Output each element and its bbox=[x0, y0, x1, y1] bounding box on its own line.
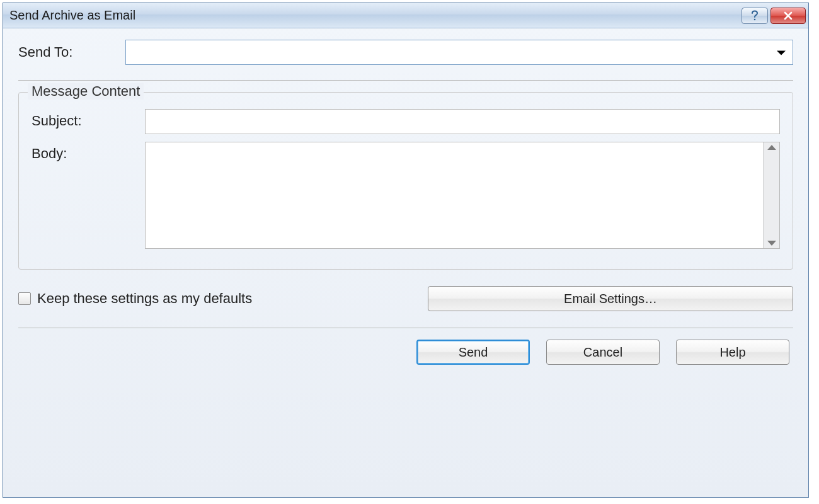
help-icon bbox=[750, 10, 759, 21]
separator bbox=[18, 80, 793, 81]
send-to-input[interactable] bbox=[131, 40, 788, 64]
titlebar-help-button[interactable] bbox=[742, 8, 768, 24]
body-textarea-wrap bbox=[145, 142, 780, 249]
titlebar-close-button[interactable] bbox=[770, 8, 806, 24]
window-title: Send Archive as Email bbox=[9, 8, 739, 23]
body-row: Body: bbox=[32, 142, 780, 249]
dialog-content: Send To: Message Content Subject: Body: bbox=[3, 28, 808, 497]
dialog-send-archive-as-email: Send Archive as Email Send To: bbox=[3, 3, 809, 498]
help-button-label: Help bbox=[719, 345, 745, 360]
subject-input[interactable] bbox=[145, 109, 780, 134]
scroll-up-icon bbox=[767, 145, 776, 150]
svg-point-0 bbox=[754, 18, 756, 20]
checkbox-box-icon bbox=[18, 292, 31, 305]
keep-defaults-label: Keep these settings as my defaults bbox=[37, 290, 252, 307]
email-settings-button[interactable]: Email Settings… bbox=[428, 286, 793, 311]
separator-bottom bbox=[18, 328, 793, 328]
send-button[interactable]: Send bbox=[416, 340, 530, 365]
message-content-group: Message Content Subject: Body: bbox=[18, 92, 793, 270]
dialog-footer: Send Cancel Help bbox=[18, 340, 793, 365]
send-to-row: Send To: bbox=[18, 40, 793, 65]
body-scrollbar[interactable] bbox=[763, 142, 779, 248]
message-content-legend: Message Content bbox=[28, 83, 144, 100]
scroll-down-icon bbox=[767, 241, 776, 246]
cancel-button-label: Cancel bbox=[583, 345, 622, 360]
send-to-label: Send To: bbox=[18, 44, 125, 60]
help-button[interactable]: Help bbox=[676, 340, 789, 365]
send-to-combobox[interactable] bbox=[125, 40, 793, 65]
subject-label: Subject: bbox=[32, 109, 145, 129]
body-textarea[interactable] bbox=[146, 142, 763, 248]
cancel-button[interactable]: Cancel bbox=[546, 340, 660, 365]
email-settings-label: Email Settings… bbox=[564, 292, 657, 306]
chevron-down-icon bbox=[776, 45, 786, 60]
subject-row: Subject: bbox=[32, 109, 780, 134]
keep-defaults-checkbox[interactable]: Keep these settings as my defaults bbox=[18, 290, 252, 307]
close-icon bbox=[783, 11, 793, 20]
body-label: Body: bbox=[32, 142, 145, 162]
options-row: Keep these settings as my defaults Email… bbox=[18, 286, 793, 311]
send-button-label: Send bbox=[459, 345, 488, 360]
titlebar: Send Archive as Email bbox=[3, 3, 808, 28]
